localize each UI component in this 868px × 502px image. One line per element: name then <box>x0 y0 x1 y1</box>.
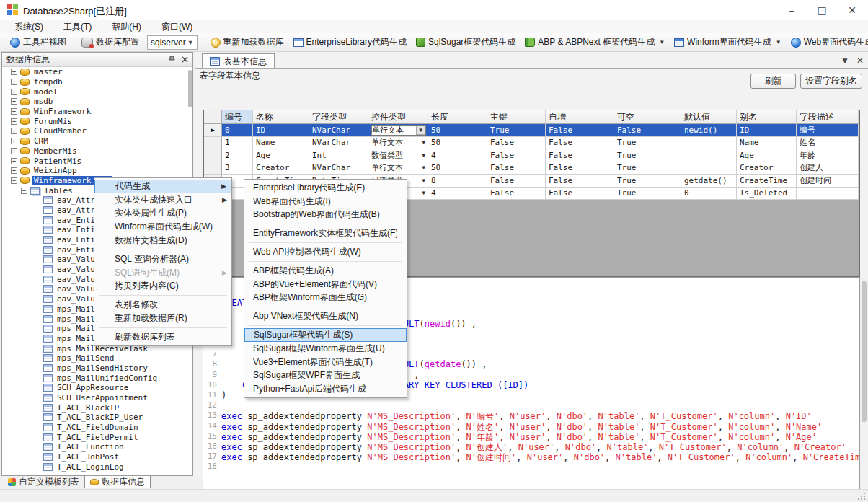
grid-column-header[interactable]: 默认值 <box>681 110 737 124</box>
grid-cell[interactable]: False <box>487 175 546 188</box>
grid-cell[interactable]: False <box>487 188 546 201</box>
toolbar-view-button[interactable]: 工具栏视图 <box>9 35 68 50</box>
menubar-item[interactable]: 系统(S) <box>4 20 53 33</box>
context-menu-item[interactable]: Vue3+Element界面代码生成(T) <box>244 356 407 369</box>
collapse-icon[interactable]: − <box>21 188 27 194</box>
grid-cell[interactable]: ID <box>737 124 797 137</box>
context-menu-item[interactable]: Web界面代码生成(I) <box>244 195 407 208</box>
grid-cell[interactable]: 姓名 <box>797 137 859 150</box>
grid-cell[interactable]: False <box>546 124 614 137</box>
grid-cell[interactable] <box>797 188 859 201</box>
context-menu-item[interactable]: ABP框架Winform界面生成(G) <box>244 291 407 305</box>
grid-column-header[interactable]: 名称 <box>253 110 309 124</box>
expand-icon[interactable]: + <box>11 148 17 154</box>
grid-column-header[interactable]: 编号 <box>222 110 253 124</box>
grid-cell[interactable]: 2 <box>222 149 253 162</box>
tree-item[interactable]: +model <box>2 87 187 97</box>
grid-row-selector[interactable] <box>204 149 222 162</box>
context-menu-item[interactable]: Web API控制器代码生成(W) <box>244 245 407 259</box>
grid-cell[interactable]: Name <box>253 137 309 150</box>
grid-cell[interactable]: NVarChar <box>309 124 368 137</box>
toolbar-reload-button[interactable]: ↻重新加载数据库 <box>209 35 285 50</box>
context-menu-item[interactable]: 代码生成▶ <box>94 180 231 193</box>
combo-dropdown-icon[interactable]: ▼ <box>420 177 428 184</box>
grid-cell[interactable]: Int <box>309 149 368 162</box>
minimize-button[interactable]: – <box>776 0 807 20</box>
grid-cell[interactable]: Name <box>737 137 797 150</box>
grid-cell[interactable]: 年龄 <box>797 149 859 162</box>
grid-row[interactable]: 2AgeInt数值类型▼4FalseFalseTrueAge年龄 <box>204 149 859 162</box>
grid-column-header[interactable]: 控件类型 <box>368 110 428 124</box>
context-menu-item[interactable]: Python+FastApi后端代码生成 <box>244 382 407 396</box>
grid-cell[interactable]: 编号 <box>797 124 859 137</box>
context-menu-item[interactable]: ABP框架代码生成(A) <box>244 264 407 278</box>
grid-row[interactable]: ▶0IDNVarChar单行文本▼50TrueFalseFalsenewid()… <box>204 124 859 137</box>
expand-icon[interactable]: + <box>11 79 17 85</box>
grid-column-header[interactable]: 字段类型 <box>309 110 368 124</box>
expand-icon[interactable]: + <box>11 98 17 105</box>
tree-item[interactable]: +CRM <box>2 136 187 146</box>
context-menu-item[interactable]: EntityFramework实体框架代码生成(F) <box>244 226 407 240</box>
grid-cell[interactable]: False <box>546 162 614 175</box>
grid-cell[interactable]: 0 <box>222 124 253 137</box>
tree-item[interactable]: SCH_AppResource <box>2 383 187 393</box>
grid-cell[interactable]: NVarChar <box>309 162 368 175</box>
expand-icon[interactable]: + <box>11 69 17 75</box>
grid-cell[interactable]: 50 <box>428 137 487 150</box>
grid-column-header[interactable]: 别名 <box>737 110 797 124</box>
tree-item[interactable]: T_ACL_FieldDomain <box>2 423 187 433</box>
grid-cell[interactable]: 0 <box>681 188 737 201</box>
context-menu-item[interactable]: 实体类属性生成(P) <box>94 207 231 221</box>
grid-cell[interactable]: False <box>487 137 546 150</box>
context-menu-item[interactable]: 重新加载数据库(R) <box>94 312 231 325</box>
context-menu-item[interactable]: 拷贝列表内容(C) <box>94 280 231 294</box>
control-type-combo[interactable]: 单行文本▼ <box>371 125 426 136</box>
grid-column-header[interactable]: 主键 <box>487 110 546 124</box>
grid-cell[interactable]: Creator <box>737 162 797 175</box>
grid-cell[interactable]: False <box>487 149 546 162</box>
context-menu-item[interactable]: 实体类生成快速入口▶ <box>94 193 231 207</box>
grid-cell[interactable]: 单行文本▼ <box>368 124 428 137</box>
document-dropdown-icon[interactable]: ▼ <box>841 56 849 66</box>
grid-cell[interactable]: True <box>614 149 681 162</box>
combo-dropdown-icon[interactable]: ▼ <box>420 139 428 146</box>
context-menu-item[interactable]: 表别名修改 <box>94 298 231 312</box>
grid-cell[interactable]: False <box>546 188 614 201</box>
grid-cell[interactable]: 8 <box>428 175 487 188</box>
expand-icon[interactable]: + <box>11 167 17 174</box>
grid-cell[interactable] <box>681 137 737 150</box>
tree-item[interactable]: +tempdb <box>2 77 187 87</box>
grid-cell[interactable]: Age <box>737 149 797 162</box>
grid-cell[interactable] <box>681 149 737 162</box>
close-button[interactable]: ✕ <box>836 0 868 20</box>
grid-cell[interactable]: 4 <box>428 188 487 201</box>
grid-cell[interactable]: NVarChar <box>309 137 368 150</box>
grid-cell[interactable]: Is_Deleted <box>737 188 797 201</box>
grid-column-header[interactable]: 长度 <box>428 110 487 124</box>
tree-item[interactable]: mps_MailSend <box>2 353 187 364</box>
grid-cell[interactable]: False <box>614 124 681 137</box>
context-menu-item[interactable]: SqlSugar框架Winform界面生成(U) <box>244 342 407 356</box>
control-type-combo[interactable]: 数值类型▼ <box>371 149 428 162</box>
dock-tab-active[interactable]: 数据库信息 <box>84 476 151 488</box>
toolbar-web-button[interactable]: Web界面代码生成▼ <box>789 35 868 50</box>
database-type-select[interactable]: sqlserver▼ <box>147 35 198 50</box>
control-type-combo[interactable]: 单行文本▼ <box>371 162 428 175</box>
context-menu-item[interactable]: 数据库文档生成(D) <box>94 234 231 247</box>
expand-icon[interactable]: + <box>11 138 17 144</box>
grid-column-header[interactable]: 可空 <box>614 110 681 124</box>
grid-row[interactable]: 1NameNVarChar单行文本▼50FalseFalseTrueName姓名 <box>204 137 859 150</box>
context-menu-item[interactable]: Winform界面代码生成(W) <box>94 220 231 234</box>
grid-cell[interactable]: 单行文本▼ <box>368 137 428 150</box>
menubar-item[interactable]: 窗口(W) <box>151 20 203 33</box>
maximize-button[interactable]: □ <box>806 0 838 20</box>
resize-grip[interactable] <box>864 498 865 500</box>
grid-cell[interactable]: CreateTime <box>737 175 797 188</box>
tree-item[interactable]: T_ACL_BlackIP <box>2 402 187 413</box>
tree-item[interactable]: T_ACL_Function <box>2 442 187 452</box>
combo-dropdown-icon[interactable]: ▼ <box>416 126 425 135</box>
grid-cell[interactable] <box>681 162 737 175</box>
context-menu-item[interactable]: Bootstrap的Web界面代码生成(B) <box>244 208 407 222</box>
close-icon[interactable] <box>182 56 188 63</box>
combo-dropdown-icon[interactable]: ▼ <box>420 152 428 159</box>
